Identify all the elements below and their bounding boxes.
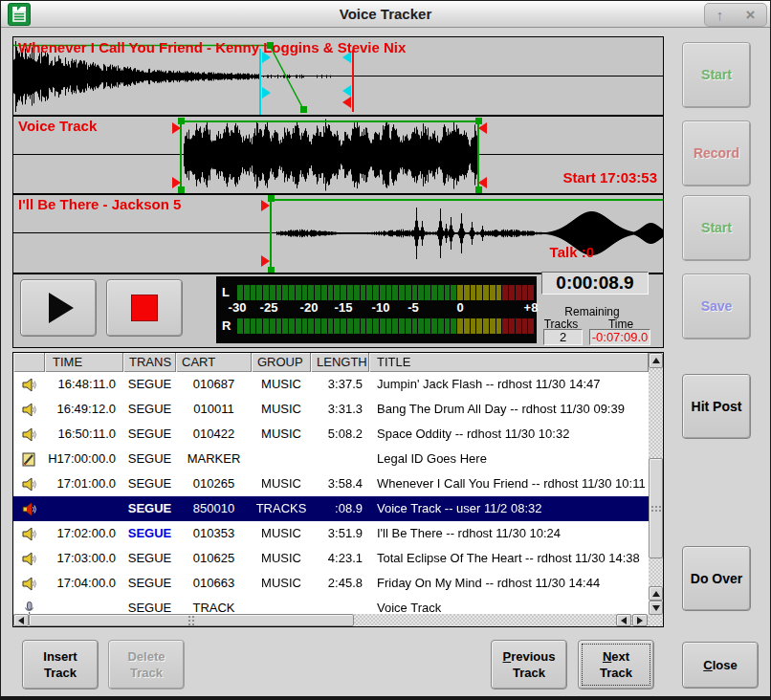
- cell-title: Legal ID Goes Here: [369, 447, 649, 471]
- cell-length: 3:31.3: [311, 397, 369, 422]
- column-header-LENGTH[interactable]: LENGTH: [311, 353, 369, 372]
- scroll-up-button-2[interactable]: [649, 586, 663, 601]
- cell-title: Whenever I Call You Friend -- rdhost 11/…: [369, 471, 649, 496]
- cell-trans: SEGUE: [123, 496, 176, 521]
- cell-length: :08.9: [311, 496, 369, 521]
- cell-title: Bang The Drum All Day -- rdhost 11/30 09…: [369, 397, 649, 422]
- window-title: Voice Tracker: [1, 6, 770, 22]
- cell-trans: SEGUE: [123, 596, 176, 614]
- cell-length: 4:23.1: [311, 546, 369, 571]
- speaker-icon: [13, 521, 45, 546]
- marker-icon: [13, 447, 45, 471]
- cell-trans: SEGUE: [123, 372, 176, 397]
- next-track-button[interactable]: NextTrack: [578, 640, 654, 689]
- column-header-CART[interactable]: CART: [176, 353, 252, 372]
- cell-trans: SEGUE: [123, 571, 176, 596]
- save-button[interactable]: Save: [682, 273, 751, 339]
- column-header-icon[interactable]: [13, 353, 45, 372]
- table-row[interactable]: SEGUE850010TRACKS:08.9Voice Track -- use…: [13, 496, 649, 521]
- cell-trans: SEGUE: [123, 546, 176, 571]
- cell-trans: SEGUE: [123, 447, 176, 471]
- speaker-icon: [13, 372, 45, 397]
- cell-cart: 010422: [176, 422, 252, 447]
- table-row[interactable]: 17:02:00.0SEGUE010353MUSIC3:51.9I'll Be …: [13, 521, 649, 546]
- close-icon[interactable]: ×: [745, 8, 755, 22]
- voice-tracker-window: Voice Tracker ↑ × Whenever I Call You Fr…: [0, 0, 771, 700]
- remaining-tracks-value: 2: [543, 329, 583, 345]
- speaker-icon: [13, 546, 45, 571]
- table-row[interactable]: 16:50:11.0SEGUE010422MUSIC5:08.2Space Od…: [13, 422, 649, 447]
- cell-time: 16:49:12.0: [45, 397, 123, 422]
- log-table-header: TIMETRANSCARTGROUPLENGTHTITLE: [13, 353, 649, 372]
- cell-time: [45, 496, 123, 521]
- horizontal-scroll-thumb[interactable]: [29, 614, 354, 626]
- cell-time: 17:03:00.0: [45, 546, 123, 571]
- cell-group: MUSIC: [252, 471, 311, 496]
- start-track1-button[interactable]: Start: [682, 42, 751, 108]
- cell-group: MUSIC: [252, 546, 311, 571]
- vertical-scroll-thumb[interactable]: [649, 458, 663, 558]
- start-track2-button[interactable]: Start: [682, 195, 751, 261]
- cell-title: Voice Track -- user 11/2 08:32: [369, 496, 649, 521]
- speaker-icon: [13, 471, 45, 496]
- play-button[interactable]: [20, 279, 97, 337]
- column-header-TITLE[interactable]: TITLE: [369, 353, 649, 372]
- log-table: TIMETRANSCARTGROUPLENGTHTITLE 16:48:11.0…: [12, 352, 664, 627]
- speaker-red-icon: [13, 496, 45, 521]
- cell-trans: SEGUE: [123, 422, 176, 447]
- vu-meter: L R -30-25-20-15-10-50+8: [216, 276, 537, 343]
- mic-icon: [13, 596, 45, 614]
- cell-length: [311, 447, 369, 471]
- window-controls: ↑ ×: [704, 3, 767, 27]
- vertical-scrollbar[interactable]: [649, 353, 663, 626]
- cell-title: Voice Track: [369, 596, 649, 614]
- column-header-TRANS[interactable]: TRANS: [123, 353, 176, 372]
- cell-title: Total Eclipse Of The Heart -- rdhost 11/…: [369, 546, 649, 571]
- scroll-up-button[interactable]: [649, 353, 663, 368]
- waveform-canvas[interactable]: [13, 37, 663, 273]
- cell-time: H17:00:00.0: [45, 447, 123, 471]
- cell-time: 16:50:11.0: [45, 422, 123, 447]
- insert-track-button[interactable]: InsertTrack: [22, 640, 99, 689]
- vu-scale: -30-25-20-15-10-50+8: [217, 300, 538, 316]
- cell-cart: 010687: [176, 372, 252, 397]
- cell-length: 5:08.2: [311, 422, 369, 447]
- cell-trans: SEGUE: [123, 471, 176, 496]
- cell-group: [252, 447, 311, 471]
- table-row[interactable]: H17:00:00.0SEGUEMARKERLegal ID Goes Here: [13, 447, 649, 471]
- table-row[interactable]: 16:49:12.0SEGUE010011MUSIC3:31.3Bang The…: [13, 397, 649, 422]
- record-button[interactable]: Record: [682, 120, 751, 186]
- close-button[interactable]: Close: [682, 642, 759, 689]
- cell-trans: SEGUE: [123, 397, 176, 422]
- waveform-panel: Whenever I Call You Friend - Kenny Loggi…: [12, 36, 664, 348]
- scroll-left-button-2[interactable]: [616, 614, 631, 626]
- hit-post-button[interactable]: Hit Post: [682, 374, 751, 439]
- scroll-right-button[interactable]: [632, 614, 648, 626]
- play-icon: [49, 293, 74, 323]
- stop-button[interactable]: [106, 279, 183, 337]
- shade-icon[interactable]: ↑: [716, 8, 724, 22]
- cell-length: 2:45.8: [311, 571, 369, 596]
- scroll-down-button[interactable]: [649, 601, 663, 615]
- cell-trans: SEGUE: [123, 521, 176, 546]
- transport-bar: L R -30-25-20-15-10-50+8 0:00:08.9 Remai…: [13, 273, 663, 347]
- vu-right-segments: [237, 318, 534, 334]
- table-row[interactable]: 17:01:00.0SEGUE010265MUSIC3:58.4Whenever…: [13, 471, 649, 496]
- cell-group: TRACKS: [252, 496, 311, 521]
- column-header-TIME[interactable]: TIME: [45, 353, 123, 372]
- cell-group: MUSIC: [252, 571, 311, 596]
- delete-track-button[interactable]: DeleteTrack: [108, 640, 185, 689]
- cell-time: 17:04:00.0: [45, 571, 123, 596]
- cell-group: MUSIC: [252, 372, 311, 397]
- table-row[interactable]: 16:48:11.0SEGUE010687MUSIC3:37.5Jumpin' …: [13, 372, 649, 397]
- column-header-GROUP[interactable]: GROUP: [252, 353, 311, 372]
- horizontal-scrollbar[interactable]: [13, 614, 649, 626]
- table-row[interactable]: 17:04:00.0SEGUE010663MUSIC2:45.8Friday O…: [13, 571, 649, 596]
- table-row[interactable]: SEGUETRACKVoice Track: [13, 596, 649, 614]
- table-row[interactable]: 17:03:00.0SEGUE010625MUSIC4:23.1Total Ec…: [13, 546, 649, 571]
- previous-track-button[interactable]: PreviousTrack: [491, 640, 567, 689]
- scroll-left-button[interactable]: [13, 614, 29, 626]
- cell-group: MUSIC: [252, 521, 311, 546]
- do-over-button[interactable]: Do Over: [682, 546, 751, 611]
- titlebar[interactable]: Voice Tracker ↑ ×: [1, 1, 770, 28]
